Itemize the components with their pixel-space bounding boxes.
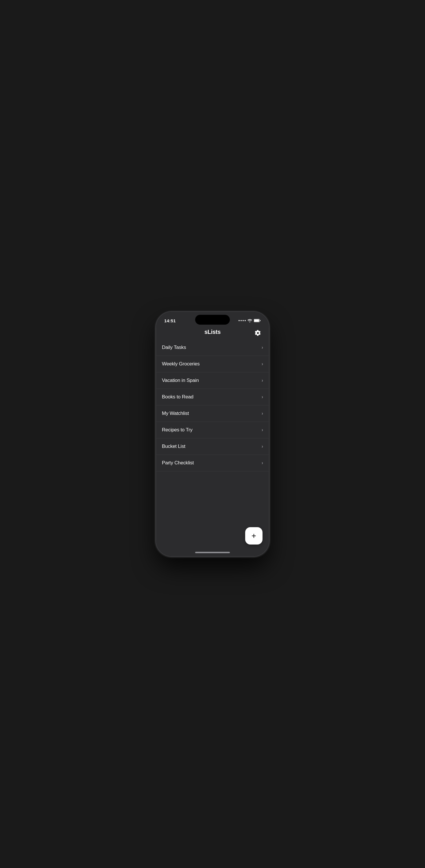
- chevron-right-icon: ›: [262, 444, 263, 449]
- list-item[interactable]: Weekly Groceries›: [156, 356, 269, 372]
- list-item[interactable]: Bucket List›: [156, 438, 269, 455]
- chevron-right-icon: ›: [262, 460, 263, 466]
- list-item-label: Weekly Groceries: [162, 361, 200, 367]
- dynamic-island: [195, 315, 230, 324]
- list-item-label: Vacation in Spain: [162, 378, 199, 383]
- app-title: sLists: [204, 329, 221, 335]
- list-item[interactable]: Books to Read›: [156, 389, 269, 405]
- list-item-label: Books to Read: [162, 394, 193, 400]
- list-item[interactable]: Party Checklist›: [156, 455, 269, 471]
- chevron-right-icon: ›: [262, 361, 263, 367]
- header: sLists: [156, 327, 269, 339]
- list-item[interactable]: Vacation in Spain›: [156, 372, 269, 389]
- settings-button[interactable]: [253, 328, 263, 338]
- list-item-label: Party Checklist: [162, 460, 194, 466]
- status-icons: [238, 319, 261, 322]
- list-item-label: Bucket List: [162, 443, 185, 450]
- chevron-right-icon: ›: [262, 427, 263, 433]
- list-item-label: My Watchlist: [162, 410, 189, 416]
- phone-screen: 14:51: [156, 312, 269, 556]
- home-indicator: [195, 552, 230, 553]
- add-button-container: +: [245, 527, 263, 545]
- battery-icon: [254, 319, 261, 322]
- svg-rect-2: [260, 320, 261, 321]
- status-time: 14:51: [164, 318, 176, 323]
- chevron-right-icon: ›: [262, 378, 263, 383]
- list-item-label: Recipes to Try: [162, 427, 193, 433]
- chevron-right-icon: ›: [262, 345, 263, 350]
- list-container: Daily Tasks›Weekly Groceries›Vacation in…: [156, 339, 269, 556]
- phone-frame: 14:51: [156, 312, 269, 556]
- list-item[interactable]: Daily Tasks›: [156, 339, 269, 356]
- list-item[interactable]: Recipes to Try›: [156, 422, 269, 438]
- list-item[interactable]: My Watchlist›: [156, 405, 269, 422]
- chevron-right-icon: ›: [262, 411, 263, 416]
- list-item-label: Daily Tasks: [162, 345, 186, 350]
- add-icon: +: [252, 532, 256, 540]
- signal-dots-icon: [238, 320, 246, 321]
- chevron-right-icon: ›: [262, 394, 263, 400]
- svg-rect-1: [254, 319, 259, 322]
- wifi-icon: [248, 319, 252, 322]
- add-list-button[interactable]: +: [245, 527, 263, 545]
- gear-icon: [255, 330, 261, 336]
